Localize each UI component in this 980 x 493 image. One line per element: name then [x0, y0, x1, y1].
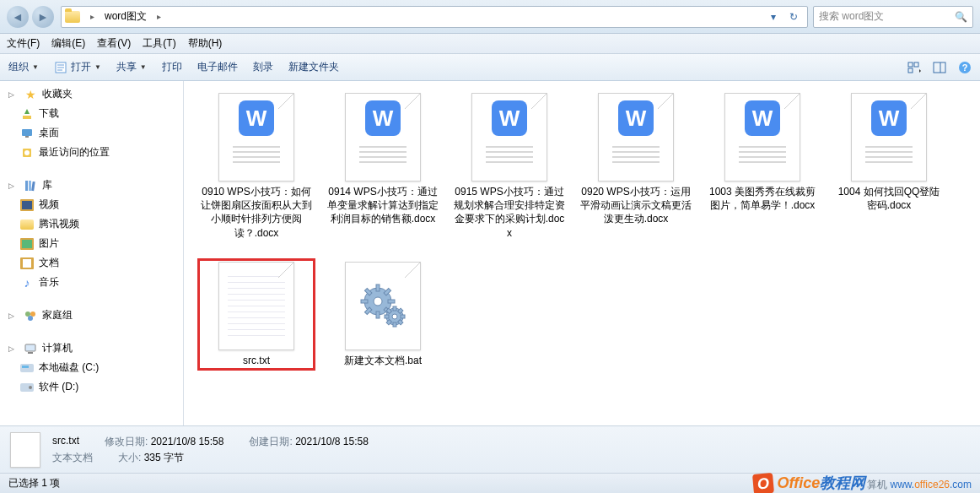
disk-icon	[20, 361, 34, 375]
search-icon: 🔍	[955, 11, 967, 23]
sidebar-item-desktop[interactable]: 桌面	[0, 123, 183, 143]
file-item[interactable]: W0920 WPS小技巧：运用平滑动画让演示文稿更活泼更生动.docx	[577, 89, 695, 243]
svg-rect-30	[25, 344, 35, 351]
status-bar: 已选择 1 项 O Office教程网 算机 www.office26.com	[0, 473, 980, 493]
svg-rect-14	[22, 129, 32, 136]
svg-rect-22	[22, 201, 32, 209]
details-size: 335 字节	[144, 452, 184, 463]
document-icon	[20, 257, 34, 270]
file-item[interactable]: W1003 美图秀秀在线裁剪图片，简单易学！.docx	[703, 89, 821, 243]
details-modified: 2021/10/8 15:58	[151, 436, 224, 447]
svg-rect-24	[22, 240, 32, 248]
details-created: 2021/10/8 15:58	[295, 436, 369, 447]
sidebar-libraries[interactable]: 库	[0, 176, 183, 195]
file-item[interactable]: 新建文本文档.bat	[324, 258, 442, 371]
sidebar-item-music[interactable]: ♪音乐	[0, 273, 183, 292]
svg-rect-43	[364, 307, 371, 314]
sidebar-item-documents[interactable]: 文档	[0, 253, 183, 273]
file-thumbnail: W	[724, 93, 800, 181]
sidebar-favorites[interactable]: ★收藏夹	[0, 84, 183, 104]
file-label: 0920 WPS小技巧：运用平滑动画让演示文稿更活泼更生动.docx	[580, 185, 692, 226]
nav-back-button[interactable]: ◄	[7, 6, 29, 28]
homegroup-icon	[24, 309, 37, 322]
open-button[interactable]: 打开▼	[54, 60, 101, 74]
desktop-icon	[20, 127, 34, 140]
wps-icon: W	[239, 100, 274, 136]
svg-point-29	[28, 316, 33, 321]
sidebar-item-recent[interactable]: 最近访问的位置	[0, 143, 183, 162]
new-folder-button[interactable]: 新建文件夹	[288, 60, 339, 74]
file-label: 0914 WPS小技巧：通过单变量求解计算达到指定利润目标的销售额.docx	[327, 185, 439, 226]
svg-marker-7	[919, 69, 921, 73]
refresh-icon[interactable]: ↻	[787, 10, 800, 24]
file-label: 1004 如何找回QQ登陆密码.docx	[833, 185, 945, 212]
wps-icon: W	[618, 100, 654, 136]
chevron-right-icon[interactable]: ▸	[152, 12, 166, 21]
chevron-right-icon[interactable]: ▸	[85, 12, 100, 21]
svg-rect-31	[28, 352, 33, 354]
watermark: O Office教程网 算机 www.office26.com	[753, 473, 972, 493]
help-icon[interactable]: ?	[958, 61, 972, 74]
gear-icon	[358, 281, 408, 332]
music-icon: ♪	[20, 276, 34, 290]
svg-marker-13	[24, 109, 30, 114]
svg-rect-44	[361, 300, 368, 303]
file-item[interactable]: W0910 WPS小技巧：如何让饼图扇区按面积从大到小顺时针排列方便阅读？.do…	[197, 89, 315, 243]
organize-button[interactable]: 组织▼	[8, 60, 39, 74]
menu-help[interactable]: 帮助(H)	[188, 36, 223, 51]
breadcrumb-segment[interactable]: word图文	[100, 9, 152, 24]
svg-point-27	[25, 312, 30, 317]
download-icon	[20, 107, 34, 121]
svg-rect-4	[908, 62, 913, 67]
sidebar-item-drive-d[interactable]: 软件 (D:)	[0, 377, 183, 397]
file-list[interactable]: W0910 WPS小技巧：如何让饼图扇区按面积从大到小顺时针排列方便阅读？.do…	[184, 81, 980, 425]
wps-icon: W	[365, 100, 401, 136]
share-button[interactable]: 共享▼	[116, 60, 147, 74]
svg-rect-15	[25, 136, 29, 138]
file-item[interactable]: src.txt	[197, 258, 315, 371]
sidebar-homegroup[interactable]: 家庭组	[0, 306, 183, 325]
view-options-icon[interactable]	[907, 61, 921, 74]
svg-point-17	[24, 150, 30, 155]
svg-rect-18	[25, 181, 28, 191]
svg-rect-54	[385, 315, 389, 318]
file-label: 1003 美图秀秀在线裁剪图片，简单易学！.docx	[707, 185, 818, 212]
file-thumbnail: W	[218, 93, 294, 181]
svg-point-28	[30, 312, 35, 317]
menu-edit[interactable]: 编辑(E)	[51, 36, 85, 51]
toolbar: 组织▼ 打开▼ 共享▼ 打印 电子邮件 刻录 新建文件夹 ?	[0, 54, 980, 81]
file-item[interactable]: W0915 WPS小技巧：通过规划求解合理安排特定资金要求下的采购计划.docx	[450, 89, 568, 243]
svg-rect-19	[29, 181, 31, 191]
svg-rect-33	[22, 366, 29, 368]
search-input[interactable]: 搜索 word图文 🔍	[813, 6, 973, 28]
address-bar: ◄ ► ▸ word图文 ▸ ▾ ↻ 搜索 word图文 🔍	[0, 0, 980, 34]
email-button[interactable]: 电子邮件	[197, 60, 238, 74]
sidebar-item-drive-c[interactable]: 本地磁盘 (C:)	[0, 358, 183, 377]
file-thumbnail: W	[471, 93, 547, 181]
svg-rect-40	[388, 300, 395, 303]
preview-pane-icon[interactable]	[933, 61, 946, 74]
sidebar-item-tencent-video[interactable]: 腾讯视频	[0, 214, 183, 234]
details-filetype: 文本文档	[52, 451, 93, 465]
dropdown-icon[interactable]: ▾	[767, 10, 780, 24]
file-item[interactable]: W0914 WPS小技巧：通过单变量求解计算达到指定利润目标的销售额.docx	[324, 89, 442, 243]
nav-forward-button[interactable]: ►	[32, 6, 54, 28]
video-icon	[20, 198, 34, 212]
disk-icon	[20, 381, 34, 394]
notepad-icon	[54, 61, 67, 74]
sidebar-item-downloads[interactable]: 下载	[0, 104, 183, 123]
print-button[interactable]: 打印	[162, 60, 182, 74]
svg-rect-50	[401, 315, 405, 318]
burn-button[interactable]: 刻录	[253, 60, 273, 74]
file-item[interactable]: W1004 如何找回QQ登陆密码.docx	[830, 89, 948, 243]
menu-tools[interactable]: 工具(T)	[143, 36, 175, 51]
svg-point-35	[29, 386, 32, 389]
breadcrumb[interactable]: ▸ word图文 ▸ ▾ ↻	[61, 6, 808, 28]
sidebar-computer[interactable]: 计算机	[0, 339, 183, 358]
sidebar-item-videos[interactable]: 视频	[0, 195, 183, 214]
sidebar-item-pictures[interactable]: 图片	[0, 234, 183, 253]
menu-view[interactable]: 查看(V)	[97, 36, 131, 51]
menu-file[interactable]: 文件(F)	[7, 36, 40, 51]
details-pane: src.txt 修改日期: 2021/10/8 15:58 创建日期: 2021…	[0, 425, 980, 473]
svg-rect-52	[393, 322, 396, 327]
